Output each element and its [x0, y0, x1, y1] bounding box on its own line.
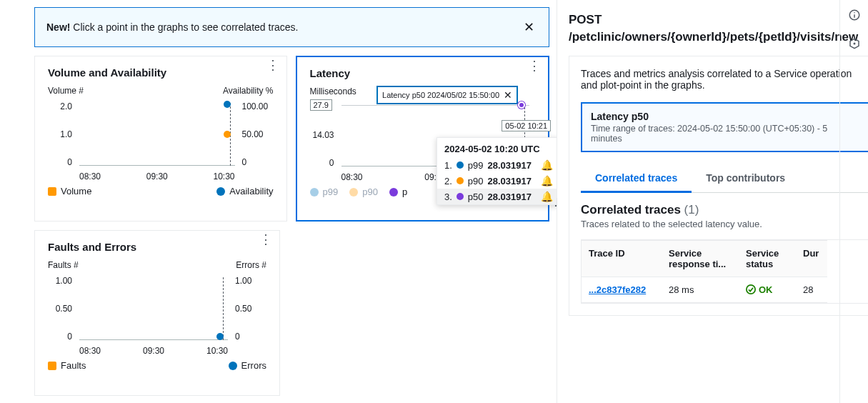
tab-top-contributors[interactable]: Top contributors — [692, 165, 799, 192]
td-response-time: 28 ms — [662, 277, 739, 303]
table-row: ...2c837fe282 28 ms OK 28 — [582, 277, 868, 303]
card-menu-icon[interactable]: ⋮ — [259, 238, 272, 241]
trace-id-link[interactable]: ...2c837fe282 — [589, 284, 646, 295]
chip-close-icon[interactable]: ✕ — [504, 89, 512, 101]
card-menu-icon[interactable]: ⋮ — [266, 64, 279, 66]
info-banner: New! Click a point in the graphs to see … — [34, 7, 549, 47]
tab-correlated-traces[interactable]: Correlated traces — [581, 165, 692, 193]
legend-volume[interactable]: Volume — [48, 186, 91, 196]
bell-icon[interactable]: 🔔 — [541, 191, 553, 202]
svg-point-5 — [853, 43, 855, 45]
bell-icon[interactable]: 🔔 — [541, 175, 553, 186]
left-pane: New! Click a point in the graphs to see … — [0, 0, 557, 403]
latency-axis-label: Milliseconds — [310, 86, 356, 96]
info-banner-text: New! Click a point in the graphs to see … — [46, 21, 299, 33]
volume-title: Volume and Availability — [48, 66, 274, 79]
info-icon[interactable] — [848, 9, 861, 24]
legend-p50[interactable]: p — [389, 186, 407, 197]
volume-card: ⋮ Volume and Availability Volume # Avail… — [34, 56, 287, 222]
latency-pointer-label: 05-02 10:21 — [502, 120, 551, 131]
card-menu-icon[interactable]: ⋮ — [528, 64, 541, 67]
svg-point-3 — [854, 12, 855, 14]
legend-faults[interactable]: Faults — [48, 360, 86, 371]
tooltip-row-p50[interactable]: 3.p50 28.031917 🔔 — [437, 189, 557, 204]
tooltip-row-p90[interactable]: 2.p90 28.031917 🔔 — [437, 173, 557, 189]
info-banner-close-button[interactable]: ✕ — [521, 16, 537, 38]
th-status[interactable]: Service status — [739, 240, 796, 277]
td-duration: 28 — [796, 277, 827, 303]
operation-title: POST /petclinic/owners/{ownerId}/pets/{p… — [569, 11, 858, 46]
traces-table: Trace ID Service response ti... Service … — [581, 239, 868, 304]
latency-tooltip: 2024-05-02 10:20 UTC 1.p99 28.031917 🔔 2… — [437, 137, 557, 205]
selected-metric-box: Latency p50 Time range of traces: 2024-0… — [581, 102, 868, 152]
tooltip-row-p99[interactable]: 1.p99 28.031917 🔔 — [437, 157, 557, 173]
volume-right-axis-label: Availability % — [223, 86, 273, 96]
latency-title: Latency — [310, 67, 536, 79]
right-pane-body: Traces and metrics analysis correlated t… — [569, 56, 868, 316]
faults-right-axis-label: Errors # — [236, 260, 266, 270]
faults-left-axis-label: Faults # — [48, 260, 79, 270]
correlated-traces-heading: Correlated traces (1) — [581, 203, 868, 217]
legend-availability[interactable]: Availability — [216, 186, 273, 196]
faults-card: ⋮ Faults and Errors Faults # Errors # 1.… — [34, 230, 280, 396]
svg-point-0 — [747, 285, 755, 294]
right-pane: POST /petclinic/owners/{ownerId}/pets/{p… — [557, 0, 868, 403]
th-trace-id[interactable]: Trace ID — [582, 240, 662, 277]
y-tick-badge: 27.9 — [310, 99, 332, 111]
latency-card: ⋮ Latency Milliseconds Latency p50 2024/… — [296, 56, 550, 222]
check-circle-icon — [746, 284, 756, 294]
correlated-traces-subheading: Traces related to the selected latency v… — [581, 219, 868, 229]
legend-p99[interactable]: p99 — [310, 186, 339, 197]
status-badge: OK — [746, 284, 789, 295]
faults-title: Faults and Errors — [48, 241, 266, 253]
right-pane-description: Traces and metrics analysis correlated t… — [581, 68, 868, 91]
legend-p90[interactable]: p90 — [349, 186, 378, 197]
volume-chart[interactable]: 2.01.00 100.0050.000 — [48, 101, 274, 167]
volume-left-axis-label: Volume # — [48, 86, 84, 96]
right-pane-tabs: Correlated traces Top contributors — [581, 165, 868, 193]
hexagon-icon[interactable] — [848, 37, 861, 53]
faults-chart[interactable]: 1.000.500 1.000.500 — [48, 276, 266, 342]
side-rail — [839, 0, 868, 403]
th-duration[interactable]: Dur — [796, 240, 827, 277]
bell-icon[interactable]: 🔔 — [541, 159, 553, 171]
th-response-time[interactable]: Service response ti... — [662, 240, 739, 277]
legend-errors[interactable]: Errors — [229, 360, 266, 371]
